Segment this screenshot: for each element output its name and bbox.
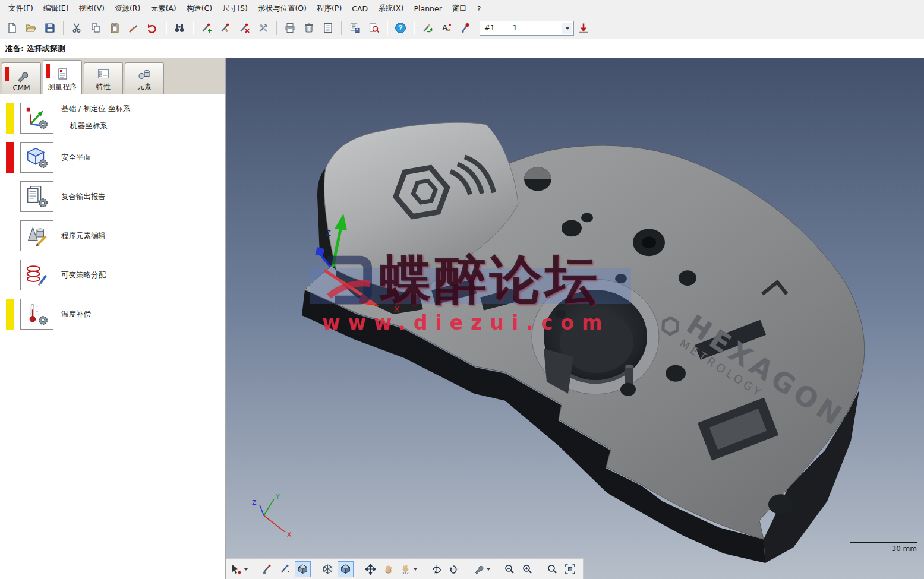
save-file-button[interactable] bbox=[41, 19, 59, 37]
rotate-axis-button[interactable] bbox=[446, 561, 462, 577]
copy-button[interactable] bbox=[87, 19, 105, 37]
probe-delete-button[interactable] bbox=[235, 19, 253, 37]
shaded-view-button[interactable] bbox=[338, 561, 354, 577]
view-options-button[interactable] bbox=[471, 561, 493, 578]
output-report-button[interactable] bbox=[20, 181, 53, 212]
zoom-out-button[interactable] bbox=[502, 561, 518, 577]
clipboard-icon bbox=[109, 22, 121, 34]
printer-icon bbox=[284, 22, 296, 34]
program-element-edit-button[interactable] bbox=[20, 220, 53, 251]
probe-edit-button[interactable] bbox=[216, 19, 234, 37]
status-marker bbox=[6, 220, 14, 251]
print-button[interactable] bbox=[281, 19, 299, 37]
rotate-view-button[interactable] bbox=[428, 561, 444, 577]
menu-item-size[interactable]: 尺寸(S) bbox=[217, 1, 253, 16]
probe-display-button[interactable] bbox=[259, 561, 275, 577]
base-alignment-button[interactable] bbox=[20, 103, 53, 134]
probe-tools-button[interactable] bbox=[254, 19, 272, 37]
report-button[interactable] bbox=[319, 19, 337, 37]
paste-button[interactable] bbox=[106, 19, 124, 37]
new-file-button[interactable] bbox=[3, 19, 21, 37]
toolbar-separator bbox=[166, 21, 166, 35]
menu-item-file[interactable]: 文件(F) bbox=[4, 1, 38, 16]
delete-button[interactable] bbox=[300, 19, 318, 37]
transparent-view-button[interactable] bbox=[320, 561, 336, 577]
menu-item-cad[interactable]: CAD bbox=[347, 2, 373, 15]
menu-item-resources[interactable]: 资源(R) bbox=[110, 1, 145, 16]
toolbar-separator bbox=[193, 21, 193, 35]
tab-label: 测量程序 bbox=[48, 82, 77, 92]
fit-view-button[interactable] bbox=[562, 561, 578, 577]
help-button[interactable]: ? bbox=[392, 19, 409, 37]
document-search-button[interactable] bbox=[365, 19, 383, 37]
scale-line bbox=[850, 542, 917, 543]
status-marker bbox=[6, 181, 14, 212]
variable-strategy-button[interactable] bbox=[20, 260, 53, 290]
list-item-base-alignment[interactable]: 基础 / 初定位 坐标系 机器坐标系 bbox=[0, 103, 225, 134]
program-status-bar-red bbox=[46, 64, 50, 78]
tab-features[interactable]: 元素 bbox=[125, 62, 164, 94]
item-label: 程序元素编辑 bbox=[61, 231, 106, 241]
menu-item-window[interactable]: 窗口 bbox=[447, 1, 472, 16]
chevron-down-icon[interactable] bbox=[486, 568, 491, 571]
trash-icon bbox=[303, 22, 315, 34]
viewport-3d[interactable]: HEXAGON METROLOGY Z X Y bbox=[226, 58, 924, 579]
probe-change-button[interactable] bbox=[418, 19, 436, 37]
run-program-button[interactable] bbox=[575, 19, 592, 37]
list-item-safety-plane[interactable]: 安全平面 bbox=[0, 142, 225, 173]
save-icon bbox=[44, 22, 56, 34]
probe-points-button[interactable] bbox=[277, 561, 293, 577]
item-label: 复合输出报告 bbox=[61, 192, 106, 202]
document-search-icon bbox=[368, 22, 380, 34]
tab-measurement-program[interactable]: 测量程序 bbox=[43, 60, 82, 94]
undo-button[interactable] bbox=[144, 19, 162, 37]
pan-view-button[interactable] bbox=[380, 561, 396, 577]
world-triad: Y X Z bbox=[252, 493, 292, 539]
item-label: 基础 / 初定位 坐标系 bbox=[61, 104, 130, 114]
temperature-compensation-button[interactable] bbox=[20, 299, 53, 330]
toolbar-separator bbox=[387, 21, 387, 35]
find-button[interactable] bbox=[171, 19, 188, 37]
solid-view-button[interactable] bbox=[295, 561, 311, 577]
open-folder-icon bbox=[25, 22, 37, 34]
cut-button[interactable] bbox=[68, 19, 86, 37]
menu-item-construction[interactable]: 构造(C) bbox=[182, 1, 217, 16]
pan-xyz-button[interactable]: XYZ bbox=[398, 561, 420, 578]
zoom-window-button[interactable] bbox=[544, 561, 560, 577]
program-number-combo[interactable]: #1 1 bbox=[480, 21, 574, 36]
tab-cmm[interactable]: CMM bbox=[2, 62, 41, 94]
chevron-down-icon[interactable] bbox=[562, 23, 572, 34]
menu-item-view[interactable]: 视图(V) bbox=[74, 1, 109, 16]
scale-label: 30 mm bbox=[892, 545, 917, 553]
export-report-button[interactable] bbox=[346, 19, 364, 37]
format-brush-button[interactable] bbox=[125, 19, 143, 37]
list-item-temperature-compensation[interactable]: 温度补偿 bbox=[0, 299, 225, 330]
safety-plane-button[interactable] bbox=[20, 142, 53, 173]
tab-characteristics[interactable]: 特性 bbox=[84, 62, 123, 94]
menu-item-system[interactable]: 系统(X) bbox=[373, 1, 408, 16]
menu-item-planner[interactable]: Planner bbox=[409, 2, 447, 15]
open-file-button[interactable] bbox=[22, 19, 40, 37]
menu-item-edit[interactable]: 编辑(E) bbox=[39, 1, 74, 16]
zoom-in-button[interactable] bbox=[519, 561, 535, 577]
probe-qualify-button[interactable] bbox=[456, 19, 474, 37]
tab-label: CMM bbox=[12, 84, 30, 92]
menu-item-form-position[interactable]: 形状与位置(O) bbox=[253, 1, 311, 16]
panel-tab-strip: CMM 测量程序 特性 元素 bbox=[0, 58, 225, 94]
list-item-variable-strategy[interactable]: 可变策略分配 bbox=[0, 260, 225, 290]
select-mode-button[interactable] bbox=[229, 561, 250, 578]
chevron-down-icon[interactable] bbox=[413, 568, 418, 571]
copy-icon bbox=[90, 22, 102, 34]
menu-item-help[interactable]: ? bbox=[472, 2, 486, 15]
chevron-down-icon[interactable] bbox=[244, 568, 248, 571]
brush-icon bbox=[128, 22, 140, 34]
menu-item-program[interactable]: 程序(P) bbox=[312, 1, 346, 16]
list-item-program-element-edit[interactable]: 程序元素编辑 bbox=[0, 220, 225, 251]
auto-feature-button[interactable]: A bbox=[437, 19, 455, 37]
list-item-output-report[interactable]: 复合输出报告 bbox=[0, 181, 225, 212]
probe-add-button[interactable] bbox=[197, 19, 215, 37]
translate-view-button[interactable] bbox=[362, 561, 379, 577]
menu-item-features[interactable]: 元素(A) bbox=[146, 1, 181, 16]
item-sublabel[interactable]: 机器坐标系 bbox=[70, 121, 130, 131]
rotate-axis-icon bbox=[449, 564, 460, 575]
